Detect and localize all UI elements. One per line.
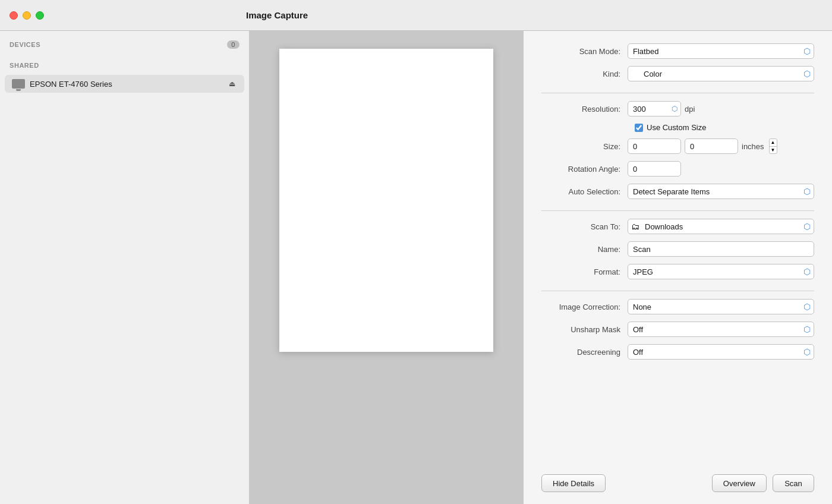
divider-1 bbox=[541, 93, 814, 93]
rotation-angle-input[interactable] bbox=[628, 161, 681, 177]
scan-to-label: Scan To: bbox=[541, 222, 628, 231]
format-select[interactable]: JPEG PNG TIFF PDF bbox=[628, 264, 814, 279]
overview-button[interactable]: Overview bbox=[712, 474, 767, 492]
unsharp-mask-row: Unsharp Mask Off On ⬡ bbox=[541, 321, 814, 338]
name-input[interactable] bbox=[628, 241, 814, 257]
auto-selection-row: Auto Selection: Detect Separate Items No… bbox=[541, 183, 814, 200]
shared-section: SHARED EPSON ET-4760 Series ⏏ bbox=[0, 62, 249, 93]
unsharp-mask-select[interactable]: Off On bbox=[628, 322, 814, 337]
image-correction-control: None Manual ⬡ bbox=[628, 299, 814, 314]
name-control bbox=[628, 241, 814, 257]
auto-selection-label: Auto Selection: bbox=[541, 187, 628, 196]
inches-label: inches bbox=[742, 142, 764, 151]
descreening-control: Off On ⬡ bbox=[628, 344, 814, 360]
unsharp-mask-label: Unsharp Mask bbox=[541, 325, 628, 334]
scan-mode-label: Scan Mode: bbox=[541, 47, 628, 56]
stepper-up-icon[interactable]: ▲ bbox=[770, 139, 777, 147]
kind-row: Kind: Color Black & White Text ⬡ bbox=[541, 65, 814, 82]
scan-mode-select[interactable]: Flatbed Transparency bbox=[628, 43, 814, 59]
image-correction-label: Image Correction: bbox=[541, 303, 628, 311]
format-label: Format: bbox=[541, 267, 628, 276]
size-control: inches ▲ ▼ bbox=[628, 138, 814, 154]
device-name: EPSON ET-4760 Series bbox=[30, 80, 222, 89]
eject-icon[interactable]: ⏏ bbox=[226, 78, 237, 89]
devices-section: DEVICES 0 bbox=[0, 40, 249, 52]
name-row: Name: bbox=[541, 241, 814, 257]
resolution-label: Resolution: bbox=[541, 105, 628, 114]
resolution-select[interactable]: 300 72 150 600 1200 bbox=[628, 101, 681, 116]
divider-3 bbox=[541, 291, 814, 291]
rotation-angle-row: Rotation Angle: bbox=[541, 160, 814, 177]
right-panel: Scan Mode: Flatbed Transparency ⬡ Kind: … bbox=[523, 31, 832, 504]
custom-size-row: Use Custom Size bbox=[541, 123, 814, 132]
descreening-label: Descreening bbox=[541, 348, 628, 357]
bottom-buttons: Hide Details Overview Scan bbox=[541, 462, 814, 492]
main-content: DEVICES 0 SHARED EPSON ET-4760 Series ⏏ … bbox=[0, 31, 832, 504]
minimize-button[interactable] bbox=[23, 11, 31, 20]
scan-mode-row: Scan Mode: Flatbed Transparency ⬡ bbox=[541, 43, 814, 59]
maximize-button[interactable] bbox=[36, 11, 44, 20]
rotation-angle-control bbox=[628, 161, 814, 177]
devices-label: DEVICES bbox=[10, 41, 40, 48]
resolution-control: 300 72 150 600 1200 ⬡ dpi bbox=[628, 101, 814, 116]
format-control: JPEG PNG TIFF PDF ⬡ bbox=[628, 264, 814, 279]
name-label: Name: bbox=[541, 245, 628, 254]
custom-size-label: Use Custom Size bbox=[647, 123, 706, 132]
device-item[interactable]: EPSON ET-4760 Series ⏏ bbox=[5, 75, 244, 93]
image-correction-row: Image Correction: None Manual ⬡ bbox=[541, 298, 814, 315]
shared-label: SHARED bbox=[0, 62, 249, 73]
descreening-row: Descreening Off On ⬡ bbox=[541, 344, 814, 360]
descreening-select[interactable]: Off On bbox=[628, 344, 814, 360]
stepper-down-icon[interactable]: ▼ bbox=[770, 147, 777, 154]
format-row: Format: JPEG PNG TIFF PDF ⬡ bbox=[541, 263, 814, 280]
auto-selection-control: Detect Separate Items None ⬡ bbox=[628, 184, 814, 199]
hide-details-button[interactable]: Hide Details bbox=[541, 474, 606, 492]
printer-icon bbox=[12, 79, 25, 89]
rotation-angle-label: Rotation Angle: bbox=[541, 165, 628, 174]
scan-to-select[interactable]: Downloads Desktop Documents bbox=[628, 219, 814, 234]
custom-size-checkbox[interactable] bbox=[635, 124, 643, 132]
divider-2 bbox=[541, 210, 814, 211]
image-correction-select[interactable]: None Manual bbox=[628, 299, 814, 314]
scan-preview bbox=[279, 49, 493, 352]
size-height-input[interactable] bbox=[685, 138, 738, 154]
size-row: Size: inches ▲ ▼ bbox=[541, 138, 814, 155]
title-bar: Image Capture bbox=[0, 0, 832, 31]
scan-button[interactable]: Scan bbox=[773, 474, 814, 492]
app-title: Image Capture bbox=[246, 10, 308, 20]
resolution-select-wrap: 300 72 150 600 1200 ⬡ bbox=[628, 101, 681, 116]
close-button[interactable] bbox=[10, 11, 18, 20]
kind-control: Color Black & White Text ⬡ bbox=[628, 66, 814, 81]
scan-to-control: Downloads Desktop Documents 🗂 ⬡ bbox=[628, 219, 814, 234]
scan-mode-control: Flatbed Transparency ⬡ bbox=[628, 43, 814, 59]
traffic-lights bbox=[10, 11, 44, 20]
inches-stepper[interactable]: ▲ ▼ bbox=[769, 138, 777, 154]
scan-to-row: Scan To: Downloads Desktop Documents 🗂 ⬡ bbox=[541, 218, 814, 235]
dpi-label: dpi bbox=[685, 105, 695, 114]
sidebar: DEVICES 0 SHARED EPSON ET-4760 Series ⏏ bbox=[0, 31, 250, 504]
devices-count: 0 bbox=[227, 40, 239, 49]
resolution-row: Resolution: 300 72 150 600 1200 ⬡ dpi bbox=[541, 100, 814, 117]
unsharp-mask-control: Off On ⬡ bbox=[628, 322, 814, 337]
kind-label: Kind: bbox=[541, 70, 628, 78]
size-label: Size: bbox=[541, 142, 628, 151]
auto-selection-select[interactable]: Detect Separate Items None bbox=[628, 184, 814, 199]
preview-area bbox=[250, 31, 523, 504]
size-width-input[interactable] bbox=[628, 138, 681, 154]
kind-select[interactable]: Color Black & White Text bbox=[628, 66, 814, 81]
